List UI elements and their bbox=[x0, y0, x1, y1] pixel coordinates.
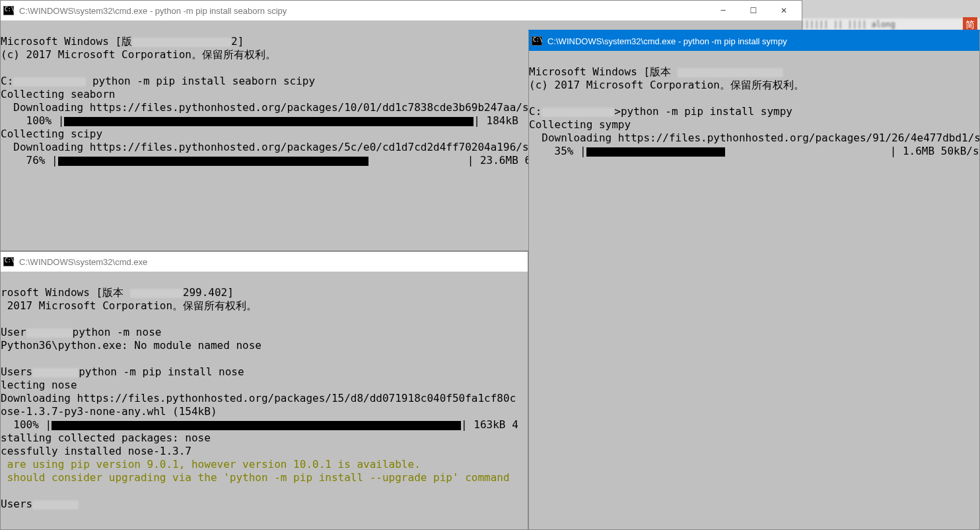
console-line: Collecting scipy bbox=[1, 128, 102, 140]
console-line: (c) 2017 Microsoft Corporation。保留所有权利。 bbox=[1, 48, 276, 61]
maximize-button[interactable]: ☐ bbox=[738, 1, 769, 20]
redacted-text bbox=[132, 38, 231, 47]
redacted-text bbox=[542, 108, 614, 117]
titlebar[interactable]: C:\WINDOWS\system32\cmd.exe bbox=[1, 252, 528, 272]
console-line: Microsoft Windows [版 bbox=[1, 35, 132, 48]
console-line: python -m nose bbox=[73, 326, 162, 338]
pip-warning: are using pip version 9.0.1, however ver… bbox=[1, 458, 421, 471]
redacted-text bbox=[678, 68, 783, 77]
redacted-text bbox=[32, 500, 79, 510]
titlebar[interactable]: C:\WINDOWS\system32\cmd.exe - python -m … bbox=[529, 31, 979, 51]
console-line: cessfully installed nose-1.3.7 bbox=[1, 445, 192, 457]
console-line: stalling collected packages: nose bbox=[1, 432, 211, 444]
redacted-text bbox=[32, 368, 79, 377]
window-title: C:\WINDOWS\system32\cmd.exe bbox=[19, 257, 525, 267]
console-line: >python -m pip install sympy bbox=[614, 105, 792, 118]
console-line: rosoft Windows [版本 bbox=[1, 286, 130, 299]
progress-bar-full bbox=[64, 117, 473, 126]
console-line: 2] bbox=[231, 35, 244, 48]
console-line: Microsoft Windows [版本 bbox=[529, 65, 678, 78]
console-line: Downloading https://files.pythonhosted.o… bbox=[1, 392, 516, 404]
console-line: Users bbox=[1, 498, 32, 510]
cmd-icon bbox=[3, 6, 14, 15]
console-line: Users bbox=[1, 365, 32, 378]
cmd-window-nose: C:\WINDOWS\system32\cmd.exe rosoft Windo… bbox=[0, 251, 528, 530]
window-controls: ─ ☐ ✕ bbox=[708, 1, 799, 20]
console-line: python -m pip install seaborn scipy bbox=[86, 75, 315, 87]
progress-bar-partial bbox=[586, 147, 725, 157]
console-line: Downloading https://files.pythonhosted.o… bbox=[529, 132, 979, 144]
console-line: (c) 2017 Microsoft Corporation。保留所有权利。 bbox=[529, 79, 804, 91]
console-line: C: bbox=[529, 105, 542, 118]
console-line: ose-1.3.7-py3-none-any.whl (154kB) bbox=[1, 405, 217, 418]
console-line: python -m pip install nose bbox=[79, 365, 244, 378]
redacted-text bbox=[130, 289, 183, 298]
console-line: Python36\python.exe: No module named nos… bbox=[1, 339, 262, 352]
redacted-text bbox=[13, 77, 86, 87]
console-line: Collecting sympy bbox=[529, 118, 631, 131]
background-taskbar: ||||||| || |||| along bbox=[792, 19, 980, 30]
download-progress: 76% | bbox=[1, 154, 58, 167]
console-line: lecting nose bbox=[1, 379, 77, 391]
download-rate: | 1.6MB 50kB/s e bbox=[890, 145, 979, 157]
console-line: User bbox=[1, 326, 26, 338]
cmd-window-sympy: C:\WINDOWS\system32\cmd.exe - python -m … bbox=[528, 30, 980, 530]
progress-track bbox=[58, 155, 468, 168]
window-title: C:\WINDOWS\system32\cmd.exe - python -m … bbox=[19, 6, 708, 16]
download-rate: | 184kB bbox=[473, 114, 518, 127]
window-title: C:\WINDOWS\system32\cmd.exe - python -m … bbox=[547, 36, 977, 46]
console-output: Microsoft Windows [版本 (c) 2017 Microsoft… bbox=[529, 51, 979, 172]
download-rate: | 163kB 4 bbox=[461, 418, 518, 431]
download-progress: 100% | bbox=[1, 114, 64, 127]
progress-bar-full bbox=[52, 421, 461, 430]
titlebar[interactable]: C:\WINDOWS\system32\cmd.exe - python -m … bbox=[1, 1, 802, 20]
close-button[interactable]: ✕ bbox=[769, 1, 799, 20]
cmd-icon bbox=[532, 36, 542, 46]
console-line: 299.402] bbox=[183, 286, 234, 299]
console-line: Collecting seaborn bbox=[1, 88, 115, 100]
console-line: C: bbox=[1, 75, 13, 87]
pip-warning: should consider upgrading via the 'pytho… bbox=[1, 471, 510, 484]
console-line: 2017 Microsoft Corporation。保留所有权利。 bbox=[1, 299, 257, 312]
download-progress: 35% | bbox=[529, 145, 586, 157]
redacted-text bbox=[26, 328, 73, 338]
download-progress: 100% | bbox=[1, 418, 52, 431]
progress-track bbox=[586, 145, 890, 159]
progress-bar-partial bbox=[58, 157, 368, 166]
console-output: rosoft Windows [版本 299.402] 2017 Microso… bbox=[1, 272, 528, 524]
cmd-icon bbox=[3, 257, 14, 266]
minimize-button[interactable]: ─ bbox=[708, 1, 738, 20]
